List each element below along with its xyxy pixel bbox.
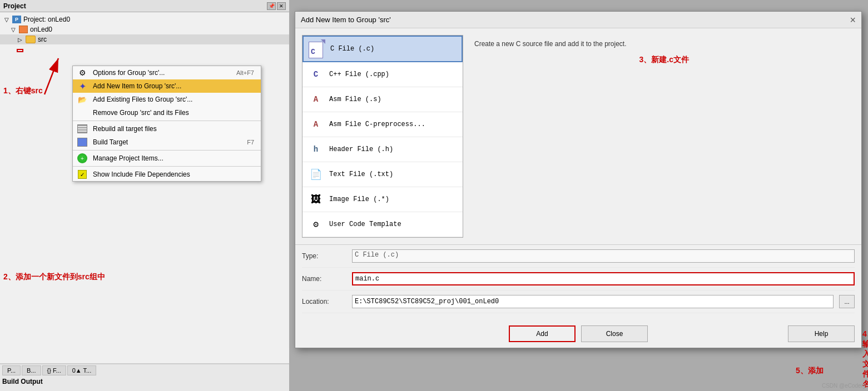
image-file-icon: 🖼	[307, 191, 325, 208]
browse-button[interactable]: ...	[839, 295, 855, 308]
asm-cpp-icon: A	[307, 116, 325, 133]
add-new-icon: ✦	[77, 81, 87, 91]
menu-item-remove-group[interactable]: Remove Group 'src' and its Files	[73, 106, 261, 119]
file-type-text[interactable]: 📄 Text File (.txt)	[302, 162, 463, 187]
name-row: Name:	[302, 268, 855, 290]
dialog-form: Type: C File (.c) Name: Location: ...	[295, 244, 861, 320]
menu-item-add-new[interactable]: ✦ Add New Item to Group 'src'...	[73, 79, 261, 93]
bottom-tab-p[interactable]: P...	[2, 365, 21, 375]
bottom-tab-b[interactable]: B...	[22, 365, 41, 375]
remove-icon	[77, 108, 87, 118]
context-menu: ⚙ Options for Group 'src'... Alt+F7 ✦ Ad…	[72, 66, 261, 182]
target-expand-icon: ▽	[11, 27, 16, 33]
title-icons: 📌 ✕	[267, 2, 286, 10]
cpp-file-icon: C	[307, 66, 325, 83]
add-existing-icon: 📂	[77, 94, 87, 104]
annotation-2-label: 2、添加一个新文件到src组中	[3, 272, 105, 282]
close-panel-icon[interactable]: ✕	[277, 2, 286, 10]
type-label: Type:	[302, 252, 346, 260]
manage-icon: +	[77, 153, 87, 163]
project-file-icon: P	[12, 16, 21, 23]
bottom-tabs: P... B... {} F... 0▲ T...	[0, 364, 289, 377]
header-file-icon: h	[307, 141, 325, 158]
location-input[interactable]	[352, 295, 834, 308]
dialog-footer: Add Close Help	[295, 320, 861, 348]
panel-title: Project	[3, 2, 26, 10]
expand-icon: ▽	[4, 17, 9, 23]
template-file-icon: ⚙	[307, 215, 325, 233]
bottom-tab-f[interactable]: {} F...	[42, 365, 66, 375]
bottom-bar: P... B... {} F... 0▲ T... Build Output	[0, 363, 289, 391]
menu-item-build[interactable]: Build Target F7	[73, 136, 261, 149]
left-panel: Project 📌 ✕ ▽ P Project: onLed0 ▽ onLed0…	[0, 0, 289, 391]
rebuild-icon	[77, 124, 87, 134]
file-type-cpp[interactable]: C C++ File (.cpp)	[302, 62, 463, 87]
build-icon	[77, 137, 87, 147]
menu-item-options[interactable]: ⚙ Options for Group 'src'... Alt+F7	[73, 66, 261, 79]
file-type-image[interactable]: 🖼 Image File (.*)	[302, 187, 463, 212]
pin-icon[interactable]: 📌	[267, 2, 276, 10]
src-highlight-box	[17, 49, 23, 52]
file-type-asm[interactable]: A Asm File (.s)	[302, 87, 463, 112]
file-type-asm-cpp[interactable]: A Asm File C-preprocess...	[302, 112, 463, 137]
type-value: C File (.c)	[352, 249, 855, 263]
project-tree: ▽ P Project: onLed0 ▽ onLed0 ▷ src	[0, 12, 289, 47]
panel-title-bar: Project 📌 ✕	[0, 0, 289, 12]
menu-item-show-deps[interactable]: ✓ Show Include File Dependencies	[73, 168, 261, 181]
file-type-list: C C File (.c) C C++ File (.cpp) A Asm Fi…	[302, 35, 463, 238]
target-icon	[19, 26, 28, 33]
src-label: src	[38, 36, 47, 43]
info-panel: Create a new C source file and add it to…	[470, 35, 855, 238]
asm-file-icon: A	[307, 91, 325, 108]
dialog-body: C C File (.c) C C++ File (.cpp) A Asm Fi…	[295, 28, 861, 244]
location-label: Location:	[302, 298, 346, 305]
type-row: Type: C File (.c)	[302, 245, 855, 268]
add-new-item-dialog: Add New Item to Group 'src' × C C File (…	[295, 11, 862, 348]
target-label: onLed0	[30, 26, 52, 33]
menu-sep-1	[73, 121, 261, 121]
svg-line-1	[44, 58, 58, 94]
dialog-close-button[interactable]: ×	[850, 15, 856, 25]
menu-item-manage[interactable]: + Manage Project Items...	[73, 152, 261, 165]
file-type-template[interactable]: ⚙ User Code Template	[302, 212, 463, 237]
project-root-label: Project: onLed0	[23, 16, 70, 23]
menu-item-add-existing[interactable]: 📂 Add Existing Files to Group 'src'...	[73, 93, 261, 106]
menu-sep-2	[73, 150, 261, 151]
options-icon: ⚙	[77, 68, 87, 78]
bottom-tab-t[interactable]: 0▲ T...	[67, 365, 97, 375]
name-input[interactable]	[352, 272, 855, 285]
target-item[interactable]: ▽ onLed0	[0, 24, 289, 34]
name-label: Name:	[302, 275, 346, 283]
menu-sep-3	[73, 166, 261, 167]
add-button[interactable]: Add	[509, 325, 576, 342]
annotation-4-label: 4、输入文件名	[862, 329, 868, 389]
file-type-c[interactable]: C C File (.c)	[302, 36, 463, 62]
annotation-1-label: 1、右键src	[3, 86, 43, 96]
dialog-title: Add New Item to Group 'src'	[301, 16, 391, 24]
file-type-header[interactable]: h Header File (.h)	[302, 137, 463, 162]
folder-icon	[26, 36, 36, 43]
text-file-icon: 📄	[307, 166, 325, 183]
src-item[interactable]: ▷ src	[0, 34, 289, 44]
annotation-5-label: 5、添加	[796, 366, 824, 376]
c-file-icon: C	[308, 40, 326, 58]
project-root-item[interactable]: ▽ P Project: onLed0	[0, 14, 289, 24]
menu-item-rebuild[interactable]: Rebuild all target files	[73, 122, 261, 136]
src-expand-icon: ▷	[18, 37, 22, 43]
location-row: Location: ...	[302, 290, 855, 313]
help-button[interactable]: Help	[788, 325, 855, 342]
close-button[interactable]: Close	[581, 325, 648, 342]
dialog-titlebar: Add New Item to Group 'src' ×	[295, 12, 861, 28]
arrow-1	[11, 53, 78, 97]
watermark: CSDN @eCodery	[822, 383, 866, 389]
info-text: Create a new C source file and add it to…	[474, 40, 627, 48]
check-icon: ✓	[77, 169, 87, 179]
build-output-label: Build Output	[0, 377, 289, 387]
